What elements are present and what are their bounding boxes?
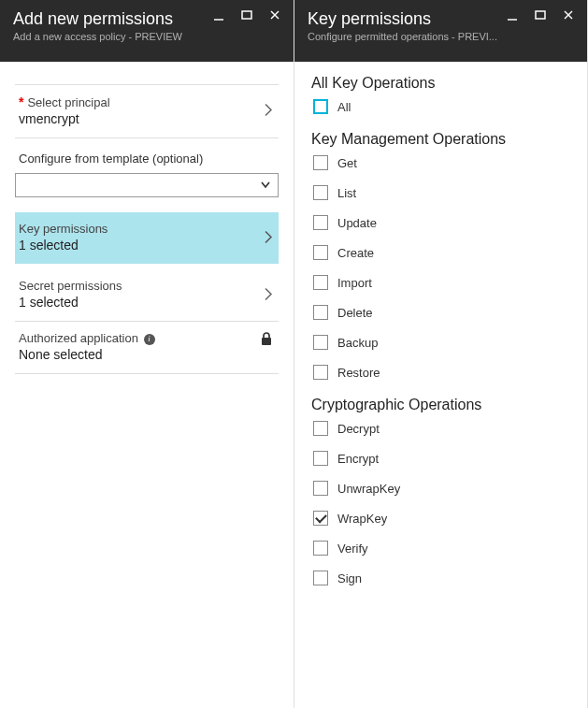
close-icon (268, 8, 281, 22)
checkbox-unwrapkey[interactable]: UnwrapKey (313, 481, 570, 496)
checkbox-label: Update (337, 216, 377, 230)
checkbox-box-icon (313, 451, 328, 466)
select-principal-row[interactable]: *Select principal vmencrypt (15, 85, 279, 137)
row-value: None selected (19, 347, 275, 362)
checkbox-update[interactable]: Update (313, 215, 570, 230)
checkbox-label: Sign (337, 571, 362, 585)
checkbox-box-icon (313, 99, 328, 114)
checkbox-box-icon (313, 155, 328, 170)
row-value: 1 selected (19, 295, 275, 310)
checkbox-label: Restore (337, 366, 380, 380)
section-title-all: All Key Operations (311, 75, 570, 92)
panel-add-permissions: Add new permissions Add a new access pol… (0, 0, 294, 708)
checkbox-label: Encrypt (337, 452, 379, 466)
chevron-down-icon (259, 178, 272, 194)
checkbox-label: Get (337, 156, 357, 170)
close-button[interactable] (262, 4, 288, 26)
checkbox-all[interactable]: All (313, 99, 570, 114)
section-title-crypto: Cryptographic Operations (311, 397, 570, 413)
required-star-icon: * (19, 94, 23, 109)
lock-icon (260, 331, 273, 349)
checkbox-box-icon (313, 335, 328, 350)
maximize-icon (240, 8, 253, 22)
checkbox-label: All (337, 100, 351, 114)
checkbox-delete[interactable]: Delete (313, 305, 570, 320)
minimize-icon (506, 8, 519, 22)
checkbox-wrapkey[interactable]: WrapKey (313, 511, 570, 526)
panel-body-right: All Key Operations All Key Management Op… (294, 62, 587, 708)
minimize-button[interactable] (206, 4, 232, 26)
checkbox-get[interactable]: Get (313, 155, 570, 170)
checkbox-box-icon (313, 541, 328, 556)
checkbox-box-icon (313, 365, 328, 380)
checkbox-create[interactable]: Create (313, 245, 570, 260)
panel-header-right: Key permissions Configure permitted oper… (294, 0, 587, 62)
checkbox-box-icon (313, 421, 328, 436)
minimize-icon (212, 8, 225, 22)
svg-rect-1 (242, 11, 251, 19)
checkbox-box-icon (313, 481, 328, 496)
checkbox-label: Delete (337, 306, 373, 320)
info-icon: i (144, 334, 155, 345)
key-permissions-row[interactable]: Key permissions 1 selected (15, 212, 279, 264)
checkbox-label: List (337, 186, 356, 200)
checkbox-verify[interactable]: Verify (313, 541, 570, 556)
panel-subtitle: Configure permitted operations - PREVI..… (308, 31, 574, 42)
row-value: 1 selected (19, 238, 275, 253)
close-button[interactable] (555, 4, 581, 26)
secret-permissions-row[interactable]: Secret permissions 1 selected (15, 269, 279, 321)
checkbox-box-icon (313, 511, 328, 526)
checkbox-label: Create (337, 246, 374, 260)
checkbox-restore[interactable]: Restore (313, 365, 570, 380)
checkbox-box-icon (313, 185, 328, 200)
checkbox-decrypt[interactable]: Decrypt (313, 421, 570, 436)
checkbox-label: WrapKey (337, 512, 387, 526)
checkbox-sign[interactable]: Sign (313, 571, 570, 585)
chevron-right-icon (264, 286, 273, 304)
checkbox-box-icon (313, 215, 328, 230)
row-label: Key permissions (19, 222, 275, 236)
authorized-application-row[interactable]: Authorized application i None selected (15, 322, 279, 373)
checkbox-list[interactable]: List (313, 185, 570, 200)
chevron-right-icon (264, 229, 273, 247)
maximize-button[interactable] (527, 4, 553, 26)
minimize-button[interactable] (499, 4, 525, 26)
svg-rect-4 (262, 338, 271, 345)
template-label: Configure from template (optional) (15, 148, 279, 171)
chevron-right-icon (264, 103, 273, 121)
checkbox-backup[interactable]: Backup (313, 335, 570, 350)
close-icon (562, 8, 575, 22)
checkbox-box-icon (313, 275, 328, 290)
panel-subtitle: Add a new access policy - PREVIEW (13, 31, 280, 42)
panel-header-left: Add new permissions Add a new access pol… (0, 0, 294, 62)
row-value: vmencrypt (19, 111, 275, 126)
svg-rect-6 (536, 11, 545, 19)
checkbox-box-icon (313, 571, 328, 585)
row-label: Authorized application i (19, 331, 275, 345)
checkbox-box-icon (313, 305, 328, 320)
checkbox-encrypt[interactable]: Encrypt (313, 451, 570, 466)
checkbox-label: Import (337, 276, 372, 290)
row-label: *Select principal (19, 94, 275, 109)
template-select[interactable] (15, 173, 279, 197)
checkbox-label: Verify (337, 542, 368, 556)
checkbox-label: Decrypt (337, 422, 380, 436)
panel-key-permissions: Key permissions Configure permitted oper… (294, 0, 588, 708)
maximize-icon (534, 8, 547, 22)
row-label: Secret permissions (19, 279, 275, 293)
checkbox-label: UnwrapKey (337, 482, 400, 496)
panel-body-left: *Select principal vmencrypt Configure fr… (0, 62, 294, 708)
checkbox-import[interactable]: Import (313, 275, 570, 290)
maximize-button[interactable] (234, 4, 260, 26)
checkbox-box-icon (313, 245, 328, 260)
section-title-mgmt: Key Management Operations (311, 131, 570, 148)
checkbox-label: Backup (337, 336, 378, 350)
